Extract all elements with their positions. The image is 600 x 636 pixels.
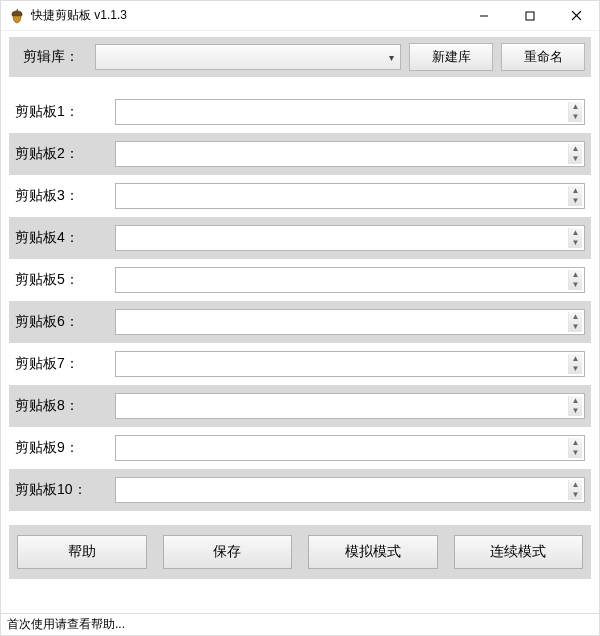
chevron-up-icon: ▲ (569, 354, 582, 364)
clipboard-input-5[interactable]: ▲▼ (115, 267, 585, 293)
chevron-up-icon: ▲ (569, 396, 582, 406)
simulate-mode-button[interactable]: 模拟模式 (308, 535, 438, 569)
app-window: 快捷剪贴板 v1.1.3 剪辑库： ▾ 新建库 重命名 剪贴板1： (0, 0, 600, 636)
spinner-arrows[interactable]: ▲▼ (568, 354, 582, 374)
clipboard-row: 剪贴板8： ▲▼ (9, 385, 591, 427)
clipboard-input-8[interactable]: ▲▼ (115, 393, 585, 419)
clipboard-label: 剪贴板6： (15, 313, 107, 331)
chevron-up-icon: ▲ (569, 270, 582, 280)
clipboard-row: 剪贴板3： ▲▼ (9, 175, 591, 217)
bottom-toolbar: 帮助 保存 模拟模式 连续模式 (9, 525, 591, 579)
acorn-icon (9, 8, 25, 24)
clipboard-row: 剪贴板9： ▲▼ (9, 427, 591, 469)
chevron-down-icon: ▼ (569, 238, 582, 248)
clipboard-input-10[interactable]: ▲▼ (115, 477, 585, 503)
spinner-arrows[interactable]: ▲▼ (568, 102, 582, 122)
spinner-arrows[interactable]: ▲▼ (568, 480, 582, 500)
clipboard-label: 剪贴板8： (15, 397, 107, 415)
chevron-up-icon: ▲ (569, 312, 582, 322)
chevron-down-icon: ▼ (569, 448, 582, 458)
spinner-arrows[interactable]: ▲▼ (568, 228, 582, 248)
spinner-arrows[interactable]: ▲▼ (568, 270, 582, 290)
clipboard-input-3[interactable]: ▲▼ (115, 183, 585, 209)
chevron-up-icon: ▲ (569, 480, 582, 490)
clipboard-row: 剪贴板4： ▲▼ (9, 217, 591, 259)
chevron-up-icon: ▲ (569, 102, 582, 112)
clipboard-label: 剪贴板7： (15, 355, 107, 373)
library-combobox[interactable]: ▾ (95, 44, 401, 70)
maximize-button[interactable] (507, 1, 553, 30)
clipboard-label: 剪贴板4： (15, 229, 107, 247)
clipboard-row: 剪贴板10： ▲▼ (9, 469, 591, 511)
status-bar: 首次使用请查看帮助... (1, 613, 599, 635)
clipboard-input-6[interactable]: ▲▼ (115, 309, 585, 335)
clipboard-row: 剪贴板2： ▲▼ (9, 133, 591, 175)
svg-rect-1 (526, 12, 534, 20)
chevron-down-icon: ▼ (569, 196, 582, 206)
clipboard-input-7[interactable]: ▲▼ (115, 351, 585, 377)
new-library-button[interactable]: 新建库 (409, 43, 493, 71)
clipboard-row: 剪贴板6： ▲▼ (9, 301, 591, 343)
chevron-up-icon: ▲ (569, 228, 582, 238)
clipboard-label: 剪贴板9： (15, 439, 107, 457)
chevron-down-icon: ▾ (389, 52, 394, 63)
rename-button[interactable]: 重命名 (501, 43, 585, 71)
clipboard-input-4[interactable]: ▲▼ (115, 225, 585, 251)
clipboard-row: 剪贴板1： ▲▼ (9, 91, 591, 133)
chevron-down-icon: ▼ (569, 490, 582, 500)
clipboard-label: 剪贴板5： (15, 271, 107, 289)
clipboard-row: 剪贴板5： ▲▼ (9, 259, 591, 301)
chevron-down-icon: ▼ (569, 154, 582, 164)
library-label: 剪辑库： (15, 48, 87, 66)
clipboard-input-1[interactable]: ▲▼ (115, 99, 585, 125)
save-button[interactable]: 保存 (163, 535, 293, 569)
clipboard-rows: 剪贴板1： ▲▼ 剪贴板2： ▲▼ 剪贴板3： ▲▼ (9, 91, 591, 511)
spinner-arrows[interactable]: ▲▼ (568, 144, 582, 164)
library-row: 剪辑库： ▾ 新建库 重命名 (9, 37, 591, 77)
minimize-button[interactable] (461, 1, 507, 30)
help-button[interactable]: 帮助 (17, 535, 147, 569)
chevron-up-icon: ▲ (569, 144, 582, 154)
window-controls (461, 1, 599, 30)
clipboard-label: 剪贴板1： (15, 103, 107, 121)
clipboard-label: 剪贴板3： (15, 187, 107, 205)
spinner-arrows[interactable]: ▲▼ (568, 312, 582, 332)
content-area: 剪辑库： ▾ 新建库 重命名 剪贴板1： ▲▼ 剪贴板2： ▲▼ (1, 31, 599, 613)
chevron-down-icon: ▼ (569, 364, 582, 374)
spinner-arrows[interactable]: ▲▼ (568, 186, 582, 206)
clipboard-input-9[interactable]: ▲▼ (115, 435, 585, 461)
chevron-down-icon: ▼ (569, 322, 582, 332)
chevron-up-icon: ▲ (569, 186, 582, 196)
status-text: 首次使用请查看帮助... (7, 616, 125, 633)
spinner-arrows[interactable]: ▲▼ (568, 396, 582, 416)
window-title: 快捷剪贴板 v1.1.3 (31, 7, 461, 24)
chevron-down-icon: ▼ (569, 406, 582, 416)
close-button[interactable] (553, 1, 599, 30)
clipboard-row: 剪贴板7： ▲▼ (9, 343, 591, 385)
spinner-arrows[interactable]: ▲▼ (568, 438, 582, 458)
titlebar: 快捷剪贴板 v1.1.3 (1, 1, 599, 31)
clipboard-label: 剪贴板10： (15, 481, 107, 499)
chevron-up-icon: ▲ (569, 438, 582, 448)
clipboard-label: 剪贴板2： (15, 145, 107, 163)
chevron-down-icon: ▼ (569, 112, 582, 122)
chevron-down-icon: ▼ (569, 280, 582, 290)
continuous-mode-button[interactable]: 连续模式 (454, 535, 584, 569)
clipboard-input-2[interactable]: ▲▼ (115, 141, 585, 167)
